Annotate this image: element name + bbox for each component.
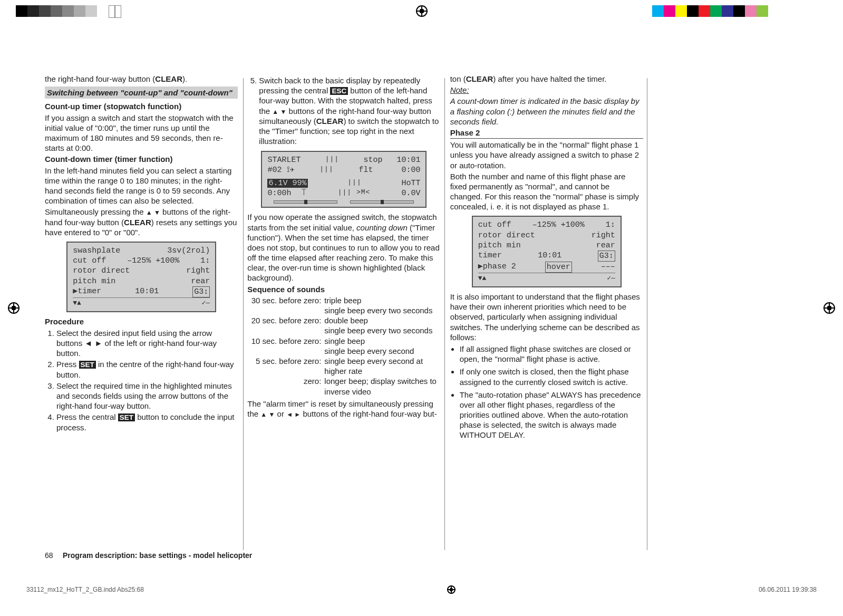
up-down-icon: ▲ ▼ (272, 108, 286, 116)
paragraph: You will automatically be in the "normal… (450, 140, 643, 170)
registration-strip (0, 5, 843, 17)
list-item: Select the desired input field using the… (56, 328, 238, 359)
reg-side-left (8, 302, 20, 314)
paragraph: the right-hand four-way button (CLEAR). (45, 74, 238, 84)
lcd-menu-screenshot-1: swashplate3sv(2rol) cut off–125% +100%1↕… (66, 242, 216, 312)
page-footer: 68 Program description: base settings - … (45, 551, 252, 560)
procedure-list-cont: Switch back to the basic display by repe… (247, 75, 440, 147)
note-paragraph: A count-down timer is indicated in the b… (450, 96, 643, 127)
indd-filename: 33112_mx12_HoTT_2_GB.indd Abs25:68 (26, 586, 144, 593)
subhead: Count-down timer (timer function) (45, 154, 238, 164)
subhead: Sequence of sounds (247, 284, 440, 294)
reg-mark-icon (823, 302, 835, 314)
body-text-columns: the right-hand four-way button (CLEAR). … (45, 74, 643, 548)
column-rule (647, 78, 647, 550)
list-item: Press the central SET button to conclude… (56, 412, 238, 432)
subhead: Procedure (45, 316, 238, 326)
paragraph: If you now operate the assigned switch, … (247, 212, 440, 283)
paragraph: Simultaneously pressing the ▲ ▼ buttons … (45, 207, 238, 237)
note-label: Note: (450, 85, 643, 95)
up-down-icon: ▲ ▼ (146, 209, 160, 216)
list-item: If only one switch is closed, then the f… (460, 367, 643, 387)
list-item: Press SET in the centre of the right-han… (56, 359, 238, 379)
left-right-icon: ◄ ► (286, 411, 301, 418)
reg-swatches-left (16, 5, 121, 18)
footer-title: Program description: base settings - mod… (63, 551, 252, 560)
procedure-list: Select the desired input field using the… (45, 328, 238, 432)
paragraph: It is also important to understand that … (450, 292, 643, 342)
reg-center (416, 5, 428, 18)
subhead: Count-up timer (stopwatch function) (45, 101, 238, 111)
subhead: Phase 2 (450, 128, 643, 139)
list-item: The "auto-rotation phase" ALWAYS has pre… (460, 390, 643, 440)
reg-side-right (823, 302, 835, 314)
paragraph: In the left-hand minutes field you can s… (45, 166, 238, 206)
list-item: If all assigned flight phase switches ar… (460, 344, 643, 364)
paragraph: ton (CLEAR) after you have halted the ti… (450, 74, 643, 84)
list-item: Switch back to the basic display by repe… (259, 75, 440, 147)
imposition-footer: 33112_mx12_HoTT_2_GB.indd Abs25:68 06.06… (26, 585, 817, 594)
up-down-icon: ▲ ▼ (260, 411, 275, 418)
reg-mark-icon (447, 585, 456, 594)
paragraph: Both the number and name of this flight … (450, 171, 643, 212)
indd-timestamp: 06.06.2011 19:39:38 (759, 586, 817, 593)
sounds-table: 30 sec. before zero:triple beep single b… (247, 295, 440, 397)
lcd-basic-display: STARLET ||| stop 10:01 #02 ⟟✈ ||| flt 0:… (261, 151, 427, 208)
section-band: Switching between "count-up" and "count-… (45, 86, 238, 99)
bullet-list: If all assigned flight phase switches ar… (450, 344, 643, 440)
paragraph: The "alarm timer" is reset by simultaneo… (247, 399, 440, 419)
list-item: Select the required time in the highligh… (56, 381, 238, 411)
reg-mark-icon (416, 5, 428, 17)
lcd-menu-screenshot-2: cut off–125% +100%1↕ rotor directright p… (472, 216, 622, 287)
page-number: 68 (45, 551, 61, 560)
reg-mark-icon (8, 302, 20, 314)
page: the right-hand four-way button (CLEAR). … (0, 0, 843, 616)
reg-swatches-right (652, 5, 780, 17)
paragraph: If you assign a switch and start the sto… (45, 113, 238, 153)
